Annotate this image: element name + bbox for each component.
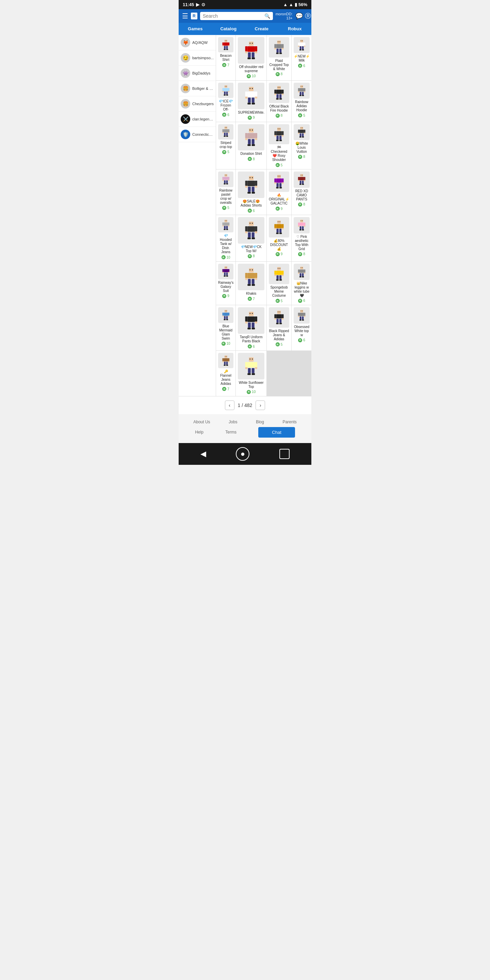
catalog-item[interactable]: ⚡NEW⚡ MilkR6 [292,35,311,80]
svg-rect-150 [224,180,226,183]
sidebar-item-chezburgers[interactable]: 🍔 Chezburgers [179,96,216,111]
footer-jobs[interactable]: Jobs [229,420,237,424]
item-price: R8 [248,157,255,161]
svg-rect-103 [226,133,228,136]
footer-terms[interactable]: Terms [225,430,237,434]
catalog-item[interactable]: Off shoulder red supremeR10 [236,35,266,80]
item-name: Rainbow pastel crop w/ overalls [218,189,234,205]
catalog-item[interactable]: 😍SALE😍 Adidas ShortsR6 [236,169,266,215]
sidebar-item-aqaqw[interactable]: 🦊 AQ/AQW [179,35,216,50]
svg-rect-343 [226,362,228,365]
svg-rect-51 [224,88,228,91]
item-price: R9 [248,116,255,120]
chat-nav-icon[interactable]: 💬 [295,12,303,20]
hamburger-menu[interactable]: ☰ [182,12,188,20]
catalog-item[interactable]: Spongebob Meme CostumeR5 [267,262,291,305]
catalog-item[interactable]: 🔑 Flannel Jeans AdidasR7 [216,351,235,396]
catalog-item[interactable]: Donation ShirtR8 [236,122,266,169]
tab-robux[interactable]: Robux [278,23,312,35]
catalog-item[interactable]: 🏁Checkered❤️ Rosy ShoulderR5 [267,122,291,169]
catalog-item[interactable]: Black Ripped Jeans & AdidasR5 [267,305,291,350]
catalog-item[interactable]: Beacon ShirtR7 [216,35,235,80]
footer-about[interactable]: About Us [193,420,210,424]
catalog-item[interactable]: Obsessed White top wR6 [292,305,311,350]
item-name: 💎ICE💎 Frozen Off- [218,99,234,111]
catalog-item[interactable]: Blue Mermaid Glam SwimR10 [216,305,235,350]
home-button[interactable]: ● [236,447,250,461]
svg-rect-105 [228,132,229,134]
catalog-item[interactable]: White Sunflower TopR10 [236,351,266,396]
catalog-item[interactable]: 💰80% DISCOUNT💰R9 [267,215,291,261]
svg-rect-61 [250,88,250,89]
item-price: R7 [222,387,229,391]
page-info: 1 / 482 [238,402,253,408]
robux-icon: R [275,163,280,167]
robux-icon: R [248,254,252,258]
sidebar-item-connecticut[interactable]: 🛡️ Connecticut... [179,127,216,142]
svg-rect-176 [274,182,276,184]
svg-rect-99 [224,129,228,133]
svg-rect-0 [224,40,227,42]
svg-rect-327 [299,313,304,316]
back-button[interactable]: ◀ [200,450,206,458]
svg-rect-91 [302,92,304,95]
svg-rect-14 [252,43,253,43]
svg-rect-27 [276,44,282,48]
sidebar-item-bigdaddys[interactable]: 👾 BigDaddys [179,66,216,81]
catalog-item[interactable]: 💎NEW💎CK Top W/R8 [236,215,266,261]
svg-rect-195 [224,223,228,226]
catalog-item[interactable]: Plaid Cropped Top & WhiteR8 [267,35,291,80]
svg-rect-350 [252,358,253,360]
catalog-item[interactable]: SUPREMEWhite.R9 [236,81,266,122]
svg-rect-261 [255,278,257,280]
catalog-item[interactable]: Rainway's Galaxy SuitR9 [216,262,235,305]
catalog-item[interactable]: Rainbow Adidas HoodieR5 [292,81,311,122]
svg-rect-294 [224,316,226,319]
item-thumbnail [294,264,310,280]
item-name: 💰80% DISCOUNT💰 [269,239,289,251]
footer-help[interactable]: Help [195,430,204,434]
catalog-item[interactable]: 👑Nike leggins w white tube🖤R6 [292,262,311,305]
recent-apps-button[interactable] [279,449,290,459]
catalog-item[interactable]: RED XD CAMO PANTSR8 [292,169,311,215]
footer-blog[interactable]: Blog [256,420,264,424]
username-display: moronDD: 13+ [275,12,293,20]
tab-catalog[interactable]: Catalog [212,23,245,35]
sidebar-item-bolliger[interactable]: 🍔 Bolliger & M... [179,81,216,96]
catalog-item[interactable]: 💎Hooded Tank w/ Distr. JeansR10 [216,215,235,261]
home-icon: ● [240,450,245,458]
svg-rect-82 [276,98,279,99]
svg-rect-137 [304,130,305,133]
catalog-item[interactable]: KhakisR7 [236,262,266,305]
item-thumbnail [238,83,264,109]
catalog-item[interactable]: Rainbow pastel crop w/ overallsR5 [216,169,235,215]
svg-rect-1 [225,40,226,41]
search-input[interactable] [203,13,262,19]
footer-parents[interactable]: Parents [282,420,296,424]
svg-rect-58 [224,94,226,95]
tab-create[interactable]: Create [245,23,278,35]
tab-games[interactable]: Games [179,23,212,35]
catalog-item[interactable]: 🤑White Louis VuittonR8 [292,122,311,169]
catalog-item[interactable]: 💎ICE💎 Frozen Off-R6 [216,81,235,122]
catalog-item[interactable]: TanqR Uniform Pants BlackR6 [236,305,266,350]
prev-page-button[interactable]: ‹ [225,401,234,410]
catalog-item[interactable]: ♡ Pink aesthetic Top With GridR8 [292,215,311,261]
chat-button[interactable]: Chat [258,427,295,438]
search-bar[interactable]: 🔍 [200,12,273,20]
svg-rect-6 [224,46,226,49]
catalog-item[interactable]: Official Black Fire HoodieR8 [267,81,291,122]
item-thumbnail [294,83,310,99]
svg-rect-322 [276,323,279,324]
svg-rect-355 [252,368,255,373]
sidebar-item-clan[interactable]: ⚔️ clan:legend ... [179,111,216,127]
robux-icon: R [222,294,226,298]
catalog-item[interactable]: Striped crop topR5 [216,122,235,169]
item-name: Khakis [238,292,264,296]
catalog-item[interactable]: 🔥ORIGINAL⚡ GALACTICR9 [267,169,291,215]
robux-nav-icon[interactable]: Ⓡ [305,12,311,20]
sidebar-item-bart[interactable]: 😏 bartsimpso... [179,50,216,66]
svg-rect-260 [245,278,247,280]
next-page-button[interactable]: › [256,401,265,410]
svg-rect-217 [278,221,278,222]
